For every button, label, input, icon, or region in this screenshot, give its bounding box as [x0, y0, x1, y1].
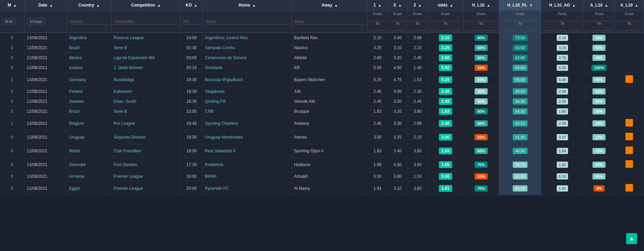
header-row: M ▲ Date ▲ Country ▲ Competition ▲ KO ▲ … [0, 0, 644, 11]
cell-m: 0 [0, 107, 24, 117]
sort-arrow-ko: ▲ [194, 3, 198, 7]
cell-home[interactable]: Sporting Charleroi [203, 117, 292, 130]
cell-competition[interactable]: Serie B [111, 107, 180, 117]
cell-competition[interactable]: Reserve League [111, 33, 180, 43]
col-header-hl10pl[interactable]: H_L10_PL ▼ [499, 0, 541, 11]
filter-1-to-input[interactable] [370, 26, 385, 31]
filter-2-to-input[interactable] [410, 26, 425, 31]
filter-hl10ao-from-input[interactable] [543, 17, 581, 21]
cell-country[interactable]: Brazil [67, 43, 111, 53]
cell-ko: 17:30 [180, 158, 203, 172]
col-header-x[interactable]: X ▲ [388, 0, 408, 11]
cell-home[interactable]: Uruguay Montevideo [203, 130, 292, 144]
col-header-date[interactable]: Date ▲ [24, 0, 67, 11]
col-header-al10[interactable]: A_L10 ▲ [584, 0, 615, 11]
cell-m: 0 [0, 182, 24, 195]
filter-al10-from-input[interactable] [586, 17, 613, 21]
cell-competition[interactable]: Club Friendlies [111, 144, 180, 158]
cell-2: 2.45 [408, 97, 428, 107]
col-header-al10last[interactable]: A_L10 ▲ [615, 0, 644, 11]
filter-hl10-to-input[interactable] [466, 26, 497, 31]
col-header-m[interactable]: M ▲ [0, 0, 24, 11]
filter-2-from-input[interactable] [410, 17, 425, 21]
col-header-home[interactable]: Home ▲ [203, 0, 292, 11]
filter-date-button[interactable]: ⊟ Date [27, 18, 45, 25]
filter-competition-input[interactable] [114, 19, 178, 24]
cell-country[interactable]: Argentina [67, 33, 111, 43]
cell-ko: 19:45 [180, 117, 203, 130]
filter-home-input[interactable] [205, 19, 289, 24]
cell-competition[interactable]: First Division [111, 158, 180, 172]
cell-home[interactable]: Argentinos Juniors Res. [203, 33, 292, 43]
cell-country[interactable]: Denmark [67, 158, 111, 172]
filter-hl10ao-to-input[interactable] [543, 26, 581, 31]
filter-ko-input[interactable] [182, 19, 200, 24]
cell-competition[interactable]: Premier League [111, 182, 180, 195]
cell-home[interactable]: Real Valladolid II [203, 144, 292, 158]
cell-home[interactable]: CRB [203, 107, 292, 117]
filter-odds-from-input[interactable] [430, 17, 461, 21]
cell-country[interactable]: Iceland [67, 63, 111, 73]
cell-competition[interactable]: Liga de Expansión MX [111, 53, 180, 63]
cell-hl10: 20% [463, 130, 499, 144]
cell-home[interactable]: Fredericia [203, 158, 292, 172]
filter-hl10pl-to-input[interactable] [501, 26, 539, 31]
col-header-odds[interactable]: odds ▲ [428, 0, 463, 11]
cell-country[interactable]: Egypt [67, 182, 111, 195]
filter-m-button[interactable]: ⊟ M [2, 18, 15, 25]
cell-country[interactable]: Germany [67, 73, 111, 87]
cell-home[interactable]: BKMA [203, 172, 292, 182]
cell-home[interactable]: Grindavik [203, 63, 292, 73]
col-header-1[interactable]: 1 ▲ [367, 0, 387, 11]
filter-hl10ao: From To [541, 11, 584, 33]
filter-1-from-input[interactable] [370, 17, 385, 21]
col-header-away[interactable]: Away ▲ [292, 0, 367, 11]
cell-country[interactable]: Finland [67, 87, 111, 97]
filter-away-input[interactable] [294, 19, 365, 24]
filter-al10-to-input[interactable] [586, 26, 613, 31]
filter-x-from-label: From [390, 12, 405, 16]
cell-home[interactable]: Pyramids FC [203, 182, 292, 195]
cell-home[interactable]: Vaajakoski [203, 87, 292, 97]
cell-country[interactable]: Sweden [67, 97, 111, 107]
cell-country[interactable]: Mexico [67, 53, 111, 63]
col-header-country[interactable]: Country ▲ [67, 0, 111, 11]
col-header-competition[interactable]: Competition ▲ [111, 0, 180, 11]
cell-home[interactable]: Borussia M'gladbach [203, 73, 292, 87]
cell-home[interactable]: Qviding FIF [203, 97, 292, 107]
cell-home[interactable]: Cimarrones de Sonora [203, 53, 292, 63]
filter-odds-from-label: From [430, 12, 461, 16]
cell-competition[interactable]: Kakkonen [111, 87, 180, 97]
cell-competition[interactable]: Serie B [111, 43, 180, 53]
filter-hl10pl-from-input[interactable] [501, 17, 539, 21]
col-header-hl10ao[interactable]: H_L10_AO ▲ [541, 0, 584, 11]
cell-competition[interactable]: Segunda Division [111, 130, 180, 144]
cell-competition[interactable]: 1. Deild Women [111, 63, 180, 73]
sort-arrow-m: ▲ [13, 3, 17, 7]
filter-home [203, 11, 292, 33]
cell-country[interactable]: Uruguay [67, 130, 111, 144]
cell-country[interactable]: World [67, 144, 111, 158]
cell-home[interactable]: Sampaio Corrêa [203, 43, 292, 53]
filter-odds-to-input[interactable] [430, 26, 461, 31]
filter-al10last-from-input[interactable] [617, 17, 642, 21]
filter-al10last-to-input[interactable] [617, 26, 642, 31]
sort-arrow-hl10pl: ▼ [529, 3, 533, 7]
col-header-2[interactable]: 2 ▲ [408, 0, 428, 11]
cell-competition[interactable]: Bundesliga [111, 73, 180, 87]
cell-hl10pl: 42.10 [499, 117, 541, 130]
filter-x-to-input[interactable] [390, 26, 405, 31]
cell-competition[interactable]: Premier League [111, 172, 180, 182]
filter-x-from-input[interactable] [390, 17, 405, 21]
cell-country[interactable]: Brazil [67, 107, 111, 117]
cell-hl10pl: 40.50 [499, 144, 541, 158]
cell-country[interactable]: Belgium [67, 117, 111, 130]
filter-hl10-from-input[interactable] [466, 17, 497, 21]
filter-country-input[interactable] [69, 19, 109, 24]
col-header-hl10[interactable]: H_L10 ▲ [463, 0, 499, 11]
cell-competition[interactable]: Pro League [111, 117, 180, 130]
cell-competition[interactable]: Ettan. South [111, 97, 180, 107]
cell-country[interactable]: Armenia [67, 172, 111, 182]
col-header-ko[interactable]: KO ▲ [180, 0, 203, 11]
cell-ko: 23:00 [180, 107, 203, 117]
